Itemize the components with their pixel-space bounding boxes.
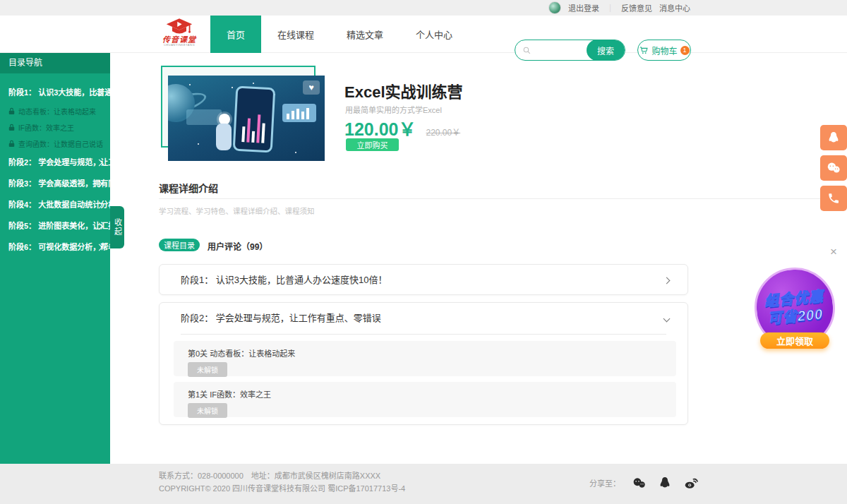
qq-icon [827, 131, 841, 145]
qq-contact-button[interactable] [820, 125, 847, 150]
lesson-item-1[interactable]: 第1关 IF函数：效率之王 未解锁 [174, 382, 676, 417]
sidebar-collapse-tab[interactable]: 收起 [110, 206, 124, 248]
accordion-stage-1: 阶段1： 认识3大技能，比普通人办公速度快10倍！ [159, 264, 688, 295]
sidebar-lesson-1[interactable]: 动态看板：让表格动起来 [0, 103, 110, 119]
wechat-contact-button[interactable] [820, 155, 847, 181]
sidebar-title: 目录导航 [0, 53, 110, 73]
topbar-divider: ｜ [606, 2, 614, 13]
nav-item-courses[interactable]: 在线课程 [261, 16, 330, 53]
chevron-right-icon [663, 277, 671, 284]
promo-claim-button[interactable]: 立即领取 [760, 332, 829, 349]
price-row: 120.00￥ 220.00￥ [344, 115, 460, 140]
share-weibo-button[interactable] [683, 475, 699, 491]
lesson-title: 第1关 IF函数：效率之王 [188, 388, 676, 400]
lock-icon [8, 140, 15, 148]
accordion-stage-2-header[interactable]: 阶段2： 学会处理与规范，让工作有重点、零错误 [160, 303, 687, 334]
feedback-link[interactable]: 反馈意见 [621, 2, 652, 13]
current-price: 120.00￥ [344, 115, 416, 140]
wechat-icon [632, 476, 647, 491]
sidebar-stage-3[interactable]: 阶段3： 学会高级透视，拥有同时... [0, 173, 110, 194]
search-button[interactable]: 搜索 [587, 40, 625, 61]
footer-copyright: COPYRIGHT© 2020 四川传音课堂科技有限公司 蜀ICP备170177… [159, 482, 405, 493]
qq-icon [658, 476, 672, 490]
chart-panel-left [186, 109, 222, 125]
sidebar-lesson-2[interactable]: IF函数：效率之王 [0, 119, 110, 136]
wechat-icon [826, 160, 841, 176]
section-description: 学习流程、学习特色、课程详细介绍、课程须知 [159, 205, 315, 216]
promo-line-2: 可省200 [767, 306, 824, 328]
share-label: 分享至： [589, 477, 620, 488]
accordion-stage-2: 阶段2： 学会处理与规范，让工作有重点、零错误 第0关 动态看板：让表格动起来 … [159, 302, 688, 425]
tablet-illustration [233, 86, 276, 153]
buy-now-button[interactable]: 立即购买 [346, 138, 399, 151]
weibo-icon [683, 475, 699, 491]
footer [0, 464, 847, 504]
locked-badge: 未解锁 [188, 403, 227, 418]
favorite-heart-icon[interactable]: ♥ [303, 80, 320, 95]
section-divider [159, 198, 841, 199]
sidebar-stage-5[interactable]: 阶段5： 进阶图表美化，让汇报一... [0, 215, 110, 236]
logout-link[interactable]: 退出登录 [568, 2, 599, 13]
cart-icon [639, 45, 649, 55]
lesson-title: 第0关 动态看板：让表格动起来 [188, 347, 676, 359]
cart-count-badge: 1 [680, 46, 690, 55]
lock-icon [8, 107, 15, 115]
accordion-divider [181, 334, 666, 335]
sidebar-stage-1[interactable]: 阶段1： 认识3大技能，比普通人... [0, 82, 110, 103]
top-utility-bar: 退出登录 ｜ 反馈意见 消息中心 [0, 0, 847, 16]
nav-item-home[interactable]: 首页 [210, 16, 261, 53]
lock-icon [8, 124, 15, 131]
footer-contact: 联系方式：028-0000000 地址：成都市武侯区槐树店南路XXXX [159, 469, 380, 481]
page: 退出登录 ｜ 反馈意见 消息中心 传音课堂 CHUANYINKETANG 首页 … [0, 0, 847, 504]
nav-item-articles[interactable]: 精选文章 [330, 16, 400, 53]
phone-contact-button[interactable] [820, 186, 847, 211]
course-title: Excel实战训练营 [344, 79, 463, 102]
course-subtitle: 用最简单实用的方式学Excel [345, 104, 442, 115]
tab-user-comments[interactable]: 用户评论（99） [208, 240, 268, 252]
chart-panel-right [282, 104, 316, 122]
original-price: 220.00￥ [426, 126, 460, 138]
search-icon [522, 46, 531, 55]
chevron-down-icon [663, 316, 671, 323]
logo-subtitle: CHUANYINKETANG [158, 43, 200, 47]
tab-course-catalog[interactable]: 课程目录 [159, 239, 200, 251]
sidebar-stage-6[interactable]: 阶段6： 可视化数据分析，帮老板... [0, 236, 110, 258]
sidebar-lesson-3[interactable]: 查询函数：让数据自己说话 [0, 136, 110, 152]
header: 传音课堂 CHUANYINKETANG 首页 在线课程 精选文章 个人中心 搜索… [0, 16, 847, 53]
search-box: 搜索 [515, 40, 625, 61]
share-wechat-button[interactable] [632, 476, 647, 491]
course-thumbnail[interactable]: ♥ [168, 76, 325, 161]
phone-icon [827, 192, 840, 205]
search-input[interactable] [531, 45, 587, 55]
stars-decoration [189, 84, 191, 85]
cart-button[interactable]: 购物车 1 [637, 40, 691, 61]
main-nav: 首页 在线课程 精选文章 个人中心 [210, 16, 469, 53]
accordion-stage-1-header[interactable]: 阶段1： 认识3大技能，比普通人办公速度快10倍！ [160, 265, 687, 296]
share-row: 分享至： [589, 475, 699, 491]
sidebar-stage-4[interactable]: 阶段4： 大批数据自动统计分析，... [0, 194, 110, 215]
avatar[interactable] [548, 1, 561, 14]
sidebar-stage-2[interactable]: 阶段2： 学会处理与规范，让工作... [0, 152, 110, 173]
nav-item-profile[interactable]: 个人中心 [400, 16, 469, 53]
locked-badge: 未解锁 [188, 362, 227, 377]
graduation-cap-icon [165, 18, 193, 36]
lesson-item-0[interactable]: 第0关 动态看板：让表格动起来 未解锁 [174, 341, 676, 376]
promo-close-icon[interactable]: × [830, 246, 837, 258]
section-title: 课程详细介绍 [159, 181, 218, 195]
logo[interactable]: 传音课堂 CHUANYINKETANG [158, 18, 200, 47]
logo-title: 传音课堂 [158, 36, 200, 43]
share-qq-button[interactable] [658, 476, 672, 490]
messages-link[interactable]: 消息中心 [659, 2, 690, 13]
catalog-sidebar: 目录导航 阶段1： 认识3大技能，比普通人... 动态看板：让表格动起来 IF函… [0, 53, 110, 464]
cart-label: 购物车 [651, 44, 677, 56]
